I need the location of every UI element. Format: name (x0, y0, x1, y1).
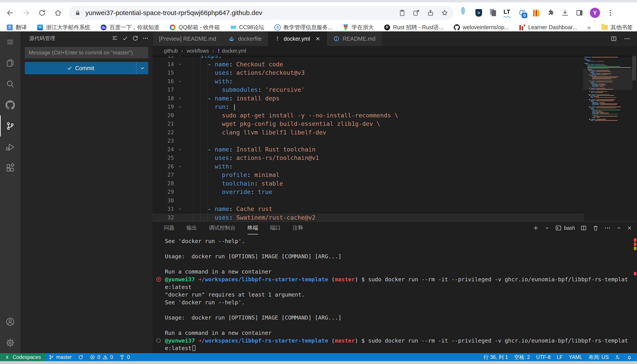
extension-icon-pencils[interactable] (532, 9, 540, 17)
fold-chevron-icon[interactable] (174, 94, 186, 103)
view-as-list-icon[interactable] (112, 35, 118, 42)
extension-icon-pages[interactable] (489, 9, 497, 17)
fold-chevron-icon[interactable] (174, 102, 186, 111)
bookmark-qqmail[interactable]: QQ邮箱 - 收件箱 (170, 24, 220, 31)
language-mode[interactable]: YAML (566, 353, 585, 361)
extension-icon-languagetool[interactable]: LT (504, 9, 511, 17)
code-line[interactable]: 20 sudo apt-get install -y --no-install-… (153, 111, 584, 120)
maximize-panel-icon[interactable] (616, 225, 621, 231)
settings-gear-icon[interactable] (0, 332, 20, 353)
breadcrumb-item[interactable]: workflows (187, 48, 209, 54)
terminal-instance[interactable]: bash (555, 225, 575, 231)
bookmark-github[interactable]: weloveinterns/op... (454, 24, 509, 30)
breadcrumb-item[interactable]: .github (162, 48, 178, 54)
code-line[interactable]: 25 uses: actions-rs/toolchain@v1 (153, 154, 584, 162)
fold-chevron-icon[interactable] (174, 60, 186, 69)
ports-indicator[interactable]: 0 (116, 353, 133, 361)
open-in-window-icon[interactable] (413, 9, 420, 16)
indentation[interactable]: 空格: 2 (511, 353, 533, 361)
fold-chevron-icon[interactable] (174, 162, 186, 171)
more-actions-icon[interactable] (142, 35, 149, 42)
commit-dropdown[interactable] (136, 62, 148, 74)
menu-icon[interactable] (0, 32, 20, 52)
scrollbar-slider[interactable] (632, 56, 636, 80)
kill-terminal-icon[interactable] (592, 225, 599, 231)
minimap-viewport[interactable] (583, 69, 632, 90)
terminal-dropdown-icon[interactable] (544, 225, 550, 231)
code-line[interactable]: 30 (153, 196, 584, 205)
eol-sequence[interactable]: LF (553, 353, 566, 361)
code-line[interactable]: 29 override: true (153, 188, 584, 196)
bookmark-baidu[interactable]: du百度一下，你就知道 (101, 24, 159, 31)
browser-avatar[interactable]: Y (590, 8, 600, 18)
split-editor-icon[interactable] (610, 36, 617, 42)
code-line[interactable]: 22 clang llvm libelf1 libelf-dev (153, 128, 584, 137)
code-line[interactable]: 27 profile: minimal (153, 171, 584, 179)
panel-tab-端口[interactable]: 端口 (270, 222, 281, 234)
panel-tab-注释[interactable]: 注释 (292, 222, 303, 234)
address-bar[interactable]: yunwei37-potential-space-trout-rpr5qwj66… (69, 6, 453, 20)
github-icon[interactable] (0, 94, 20, 116)
commit-button[interactable]: Commit (25, 62, 148, 74)
fold-chevron-icon[interactable] (174, 145, 186, 154)
commit-check-icon[interactable] (122, 35, 128, 42)
editor-more-actions-icon[interactable] (624, 36, 630, 42)
code-line[interactable]: 13 steps: (153, 56, 584, 60)
bookmarks-overflow-chevron[interactable]: » (587, 24, 591, 31)
code-line[interactable]: 23 (153, 137, 584, 145)
code-line[interactable]: 17 submodules: 'recursive' (153, 86, 584, 94)
encoding[interactable]: UTF-8 (533, 353, 553, 361)
tab-dockerfile[interactable]: dockerfile (222, 32, 268, 46)
extensions-puzzle-icon[interactable] (547, 9, 555, 17)
tab-readme.md[interactable]: README.md (327, 32, 382, 46)
extension-icon-shield[interactable]: > (475, 9, 483, 17)
code-line[interactable]: 24 - name: Install Rust toolchain (153, 145, 584, 154)
minimap[interactable] (584, 56, 631, 221)
refresh-icon[interactable] (132, 35, 139, 42)
search-icon[interactable] (0, 74, 20, 94)
commit-message-input[interactable] (25, 47, 148, 58)
breadcrumb-item[interactable]: docker.yml (222, 48, 246, 54)
code-line[interactable]: 16 with: (153, 77, 584, 86)
problems-indicator[interactable]: 0 0 (87, 353, 116, 361)
bookmark-cc98[interactable]: 98CC98论坛 (230, 24, 264, 31)
browser-menu-icon[interactable] (606, 9, 614, 17)
code-line[interactable]: 26 with: (153, 162, 584, 171)
refresh-button[interactable] (37, 8, 47, 18)
bookmark-zju-mail[interactable]: ✉浙江大学邮件系统 (37, 24, 90, 31)
panel-tab-输出[interactable]: 输出 (186, 222, 197, 234)
sync-changes[interactable] (75, 353, 87, 361)
breadcrumb[interactable]: .githubworkflows!docker.yml (153, 46, 637, 56)
editor-scrollbar[interactable] (631, 56, 637, 221)
fold-chevron-icon[interactable] (174, 77, 186, 86)
share-icon[interactable] (427, 9, 434, 16)
code-line[interactable]: 28 toolchain: stable (153, 179, 584, 188)
tab--preview-readme.md[interactable]: [Preview] README.md (153, 32, 222, 46)
sidebar-toggle-icon[interactable] (575, 9, 583, 17)
bookmark-star-icon[interactable] (441, 9, 448, 16)
fold-chevron-icon[interactable] (174, 56, 186, 60)
code-line[interactable]: 18 - name: install deps (153, 94, 584, 103)
clipboard-icon[interactable] (398, 9, 406, 16)
bookmark-rust[interactable]: RRust 招聘 - Rust语... (384, 24, 444, 31)
code-line[interactable]: 15 uses: actions/checkout@v3 (153, 68, 584, 77)
tab-docker.yml[interactable]: !docker.yml (268, 32, 327, 46)
bookmark-xzzd[interactable]: 学在浙大 (343, 24, 374, 31)
code-line[interactable]: 31 - name: Cache rust (153, 205, 584, 214)
close-icon[interactable] (315, 36, 321, 42)
home-button[interactable] (53, 8, 63, 18)
split-terminal-icon[interactable] (580, 225, 587, 231)
panel-tab-终端[interactable]: 终端 (247, 222, 258, 234)
downloads-icon[interactable] (561, 9, 569, 17)
code-line[interactable]: 14 - name: Checkout code (153, 60, 584, 69)
extensions-icon[interactable] (0, 158, 20, 178)
explorer-icon[interactable] (0, 52, 20, 74)
extension-icon-sync[interactable]: 0 (518, 9, 526, 17)
source-control-icon[interactable] (0, 116, 20, 136)
branch-indicator[interactable]: master (45, 353, 75, 361)
bookmark-zju-edu[interactable]: 浙教学管理信息服务... (274, 24, 333, 31)
terminal[interactable]: See 'docker run --help'. Usage: docker r… (153, 234, 637, 353)
forward-button[interactable] (21, 8, 32, 18)
back-button[interactable] (5, 8, 16, 18)
fold-chevron-icon[interactable] (174, 205, 186, 214)
